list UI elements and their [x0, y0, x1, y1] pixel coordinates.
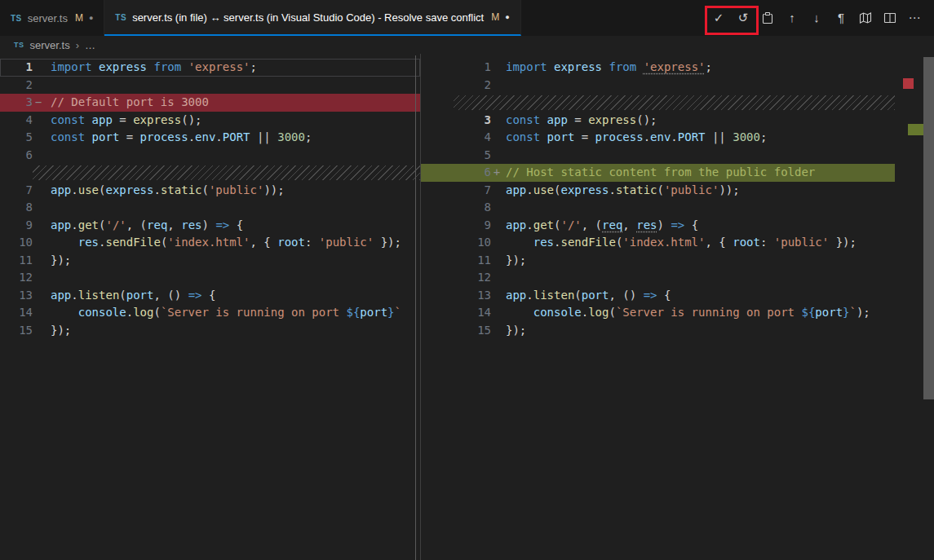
toggle-whitespace-icon[interactable]: ¶: [831, 8, 851, 28]
code-text: [44, 147, 51, 165]
code-text: app.listen(port, () => {: [44, 287, 215, 305]
code-line[interactable]: 15});: [421, 322, 895, 340]
code-text: [44, 77, 51, 95]
code-line[interactable]: 5const port = process.env.PORT || 3000;: [0, 129, 420, 147]
code-text: app.use(express.static('public'));: [502, 182, 740, 200]
tab-label: server.ts: [28, 12, 68, 24]
code-line[interactable]: 1import express from 'express';: [0, 59, 420, 77]
line-number: 13: [421, 287, 491, 305]
diff-pane-modified[interactable]: 1import express from 'express';23const a…: [421, 54, 934, 560]
code-line[interactable]: 4const port = process.env.PORT || 3000;: [421, 129, 895, 147]
code-line[interactable]: 8: [421, 199, 895, 217]
previous-change-icon[interactable]: ↑: [782, 8, 802, 28]
breadcrumb-file[interactable]: server.ts: [30, 39, 70, 51]
code-line[interactable]: 1import express from 'express';: [421, 59, 895, 77]
code-line[interactable]: 2: [0, 77, 420, 95]
diff-sign: [33, 269, 44, 287]
tab-resolve-save-conflict[interactable]: TS server.ts (in file) ↔ server.ts (in V…: [104, 0, 520, 36]
code-line[interactable]: 9app.get('/', (req, res) => {: [421, 217, 895, 235]
diff-sign: [491, 182, 502, 200]
diff-filler-row[interactable]: [421, 94, 895, 112]
code-line[interactable]: 13app.listen(port, () => {: [421, 287, 895, 305]
diff-sign: [33, 252, 44, 270]
chevron-right-icon: ›: [76, 39, 79, 51]
code-line[interactable]: 12: [0, 269, 420, 287]
line-number: 4: [0, 112, 33, 130]
code-line[interactable]: 2: [421, 77, 895, 95]
line-number: 8: [0, 199, 33, 217]
diff-sign: [491, 322, 502, 340]
diff-filler-row[interactable]: [0, 164, 420, 182]
diff-sign: [491, 252, 502, 270]
line-number: 11: [0, 252, 33, 270]
line-number: 3: [0, 94, 33, 112]
code-line[interactable]: 6+// Host static content from the public…: [421, 164, 895, 182]
line-number: 2: [421, 77, 491, 95]
code-line[interactable]: 12: [421, 269, 895, 287]
split-editor-icon[interactable]: [880, 8, 900, 28]
more-actions-icon[interactable]: ⋯: [905, 8, 924, 28]
tab-server-ts[interactable]: TS server.ts M ●: [0, 0, 104, 36]
line-number: 10: [421, 234, 491, 252]
revert-icon[interactable]: ↺: [733, 8, 753, 28]
breadcrumb-more[interactable]: …: [85, 39, 95, 51]
code-text: [502, 269, 506, 287]
minimap[interactable]: [895, 54, 923, 560]
next-change-icon[interactable]: ↓: [807, 8, 826, 28]
code-line[interactable]: 4const app = express();: [0, 112, 420, 130]
code-line[interactable]: 9app.get('/', (req, res) => {: [0, 217, 420, 235]
code-text: [44, 269, 51, 287]
line-number: 12: [421, 269, 491, 287]
code-line[interactable]: 10 res.sendFile('index.html', { root: 'p…: [0, 234, 420, 252]
map-icon[interactable]: [856, 8, 875, 28]
diff-sign: [491, 287, 502, 305]
tab-bar: TS server.ts M ● TS server.ts (in file) …: [0, 0, 934, 36]
typescript-file-icon: TS: [11, 14, 22, 23]
code-line[interactable]: 14 console.log(`Server is running on por…: [421, 304, 895, 322]
dirty-indicator-icon[interactable]: ●: [89, 14, 93, 22]
line-number: 6: [0, 147, 33, 165]
line-number: 12: [0, 269, 33, 287]
dirty-indicator-icon[interactable]: ●: [505, 13, 509, 21]
code-line[interactable]: 3−// Default port is 3000: [0, 94, 420, 112]
diff-sign: [33, 287, 44, 305]
scrollbar-thumb[interactable]: [923, 57, 934, 399]
code-text: const app = express();: [44, 112, 202, 130]
diff-sign: [33, 322, 44, 340]
code-line[interactable]: 11});: [0, 252, 420, 270]
code-line[interactable]: 6: [0, 147, 420, 165]
code-text: app.get('/', (req, res) => {: [44, 217, 243, 235]
diff-pane-original[interactable]: 1import express from 'express';23−// Def…: [0, 54, 421, 560]
code-line[interactable]: 11});: [421, 252, 895, 270]
code-line[interactable]: 5: [421, 147, 895, 165]
code-line[interactable]: 7app.use(express.static('public'));: [0, 182, 420, 200]
line-number: 5: [421, 147, 491, 165]
diff-sign: [491, 269, 502, 287]
tab-label: server.ts (in file) ↔ server.ts (in Visu…: [132, 11, 484, 24]
code-text: app.listen(port, () => {: [502, 287, 671, 305]
line-number: 4: [421, 129, 491, 147]
line-number: 1: [0, 59, 33, 77]
breadcrumb[interactable]: TS server.ts › …: [0, 36, 934, 54]
code-text: [502, 77, 506, 95]
line-number: 7: [0, 182, 33, 200]
code-line[interactable]: 15});: [0, 322, 420, 340]
line-number: 11: [421, 252, 491, 270]
diff-sign: [33, 234, 44, 252]
clipboard-icon[interactable]: [758, 8, 777, 28]
code-text: // Host static content from the public f…: [502, 164, 815, 182]
accept-changes-icon[interactable]: ✓: [709, 8, 728, 28]
diff-sign: [33, 182, 44, 200]
code-line[interactable]: 7app.use(express.static('public'));: [421, 182, 895, 200]
line-number: 13: [0, 287, 33, 305]
code-line[interactable]: 14 console.log(`Server is running on por…: [0, 304, 420, 322]
line-number: 15: [0, 322, 33, 340]
code-line[interactable]: 3const app = express();: [421, 112, 895, 130]
line-number: 14: [421, 304, 491, 322]
diff-sign: [33, 129, 44, 147]
code-line[interactable]: 10 res.sendFile('index.html', { root: 'p…: [421, 234, 895, 252]
code-line[interactable]: 8: [0, 199, 420, 217]
code-line[interactable]: 13app.listen(port, () => {: [0, 287, 420, 305]
code-text: });: [44, 252, 71, 270]
editor-actions-toolbar: ✓↺↑↓¶⋯: [709, 0, 924, 36]
